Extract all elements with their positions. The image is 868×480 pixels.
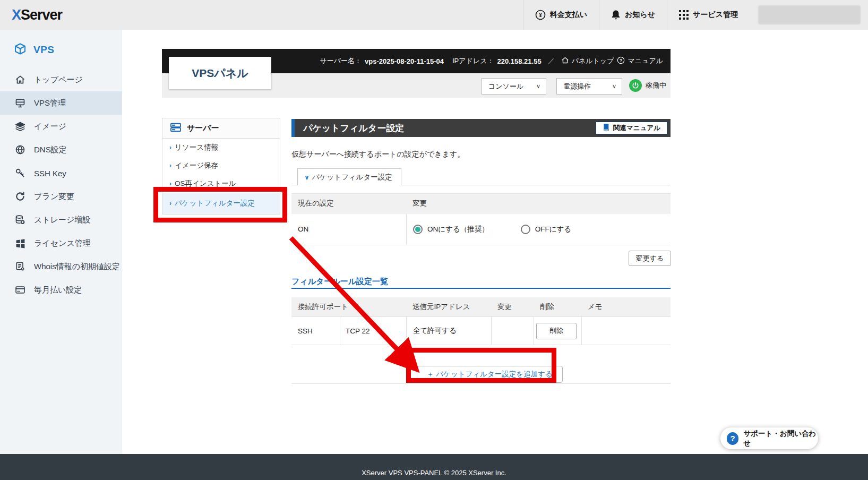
support-contact-button[interactable]: ? サポート・お問い合わせ [720,427,818,449]
header-delete: 削除 [534,297,581,316]
question-icon: ? [727,432,738,445]
rules-table-footer: ＋ パケットフィルター設定を追加する [291,345,671,384]
filter-rules-table: 接続許可ポート 送信元IPアドレス 変更 削除 メモ SSH TCP 22 全て… [291,297,671,384]
radio-unchecked-icon[interactable] [521,225,530,234]
sidebar-item-label: DNS設定 [34,145,67,155]
rule-row-ssh: SSH TCP 22 全て許可する 削除 [291,317,671,345]
console-select[interactable]: コンソール ∨ [482,78,546,95]
layers-icon [14,121,26,132]
panel-top-link[interactable]: パネルトップ [561,56,614,66]
menu-billing-label: 料金支払い [550,10,587,20]
header-menu: ¥ 料金支払い お知らせ [523,0,868,30]
chevron-right-icon: › [169,180,171,187]
header-source-ip: 送信元IPアドレス [406,297,491,316]
home-icon [561,56,569,66]
subnav-header-label: サーバー [187,123,219,133]
settings-table-row: ON ONにする（推奨） OFFにする [291,213,671,245]
radio-off[interactable]: OFFにする [521,225,571,234]
subnav-header: サーバー [162,118,280,139]
add-packet-filter-button[interactable]: ＋ パケットフィルター設定を追加する [417,366,563,383]
sidebar-item-label: ストレージ増設 [34,215,90,225]
xserver-logo[interactable]: XServer [12,7,62,23]
rule-port: TCP 22 [340,317,406,345]
subnav-item-resource-info[interactable]: › リソース情報 [162,139,280,157]
tab-packet-filter[interactable]: ∨ パケットフィルター設定 [297,168,401,185]
header-allowed-port: 接続許可ポート [291,302,406,312]
server-status: 稼働中 [629,79,666,92]
sidebar-item-dns[interactable]: DNS設定 [0,138,122,161]
vps-panel-page: XServer ¥ 料金支払い お知らせ [0,0,868,480]
header-change: 変更 [491,297,534,316]
section-description: 仮想サーバーへ接続するポートの設定ができます。 [291,150,465,159]
sidebar-item-label: イメージ [34,122,66,132]
logo-x: X [12,7,21,23]
power-icon [629,79,642,92]
menu-services[interactable]: サービス管理 [667,0,750,30]
menu-services-label: サービス管理 [693,10,738,20]
logo-rest: Server [21,7,62,23]
cube-icon [14,42,27,57]
rule-source: 全て許可する [406,317,491,345]
sidebar-item-monthly-payment[interactable]: 毎月払い設定 [0,278,122,302]
subnav-item-os-reinstall[interactable]: › OS再インストール [162,175,280,193]
ip-value: 220.158.21.55 [497,57,542,65]
sidebar-item-label: プラン変更 [34,192,74,202]
windows-icon [14,238,26,248]
header-change: 変更 [406,199,671,208]
separator: ／ [548,56,555,66]
refresh-icon [14,191,26,202]
top-header: XServer ¥ 料金支払い お知らせ [0,0,868,30]
sidebar-item-label: VPS管理 [34,98,66,108]
menu-billing[interactable]: ¥ 料金支払い [523,0,599,30]
sidebar-item-plan-change[interactable]: プラン変更 [0,185,122,208]
sidebar: VPS トップページ VPS管理 イメージ DNS設定 [0,30,122,454]
sidebar-item-storage-expansion[interactable]: ストレージ増設 [0,208,122,232]
support-label: サポート・お問い合わせ [743,429,818,448]
delete-button[interactable]: 削除 [536,323,577,339]
globe-icon [14,144,26,155]
sidebar-brand-label: VPS [33,44,55,56]
sidebar-item-image[interactable]: イメージ [0,115,122,138]
sidebar-item-ssh-key[interactable]: SSH Key [0,161,122,185]
server-name-value: vps-2025-08-20-11-15-04 [365,57,444,65]
chevron-right-icon: › [169,200,171,207]
menu-news-label: お知らせ [625,10,655,20]
key-icon [14,168,26,178]
change-submit-button[interactable]: 変更する [629,251,671,266]
rule-change-cell [491,317,534,345]
related-manual-button[interactable]: 関連マニュアル [596,122,667,134]
filter-rules-title: フィルタールール設定一覧 [291,277,388,287]
power-operation-select[interactable]: 電源操作 ∨ [556,78,622,95]
subnav-item-packet-filter[interactable]: › パケットフィルター設定 [162,193,280,214]
rules-table-header: 接続許可ポート 送信元IPアドレス 変更 削除 メモ [291,297,671,317]
subnav-item-image-save[interactable]: › イメージ保存 [162,157,280,175]
home-icon [14,74,26,85]
server-rack-icon [170,122,182,134]
chevron-down-icon: ∨ [612,83,616,90]
chevron-right-icon: › [169,144,171,151]
sidebar-item-license[interactable]: ライセンス管理 [0,232,122,255]
radio-on-label: ONにする（推奨） [427,225,489,234]
bell-icon [611,10,621,20]
sidebar-item-whois[interactable]: Whois情報の初期値設定 [0,255,122,278]
svg-text:?: ? [620,58,622,63]
sidebar-item-label: Whois情報の初期値設定 [34,262,120,272]
sidebar-item-vps-management[interactable]: VPS管理 [0,91,122,115]
radio-checked-icon[interactable] [413,225,423,234]
yen-circle-icon: ¥ [535,10,546,20]
sidebar-item-top-page[interactable]: トップページ [0,68,122,91]
rule-memo-cell [581,317,671,345]
vps-panel-title: VPSパネル [192,66,248,81]
sidebar-brand-vps[interactable]: VPS [0,30,122,68]
manual-link[interactable]: ? マニュアル [617,56,663,66]
tab-row: ∨ パケットフィルター設定 [291,168,671,185]
menu-news[interactable]: お知らせ [599,0,667,30]
question-circle-icon: ? [617,56,625,66]
chevron-down-icon: ∨ [304,174,310,181]
vps-panel-logo-box: VPSパネル [169,57,271,89]
storage-plus-icon [14,215,26,225]
sidebar-item-label: ライセンス管理 [34,238,91,248]
server-subnav: サーバー › リソース情報 › イメージ保存 › OS再インストール › パケッ… [162,118,280,215]
account-name-redacted[interactable] [758,5,861,24]
radio-on[interactable]: ONにする（推奨） [413,225,489,234]
